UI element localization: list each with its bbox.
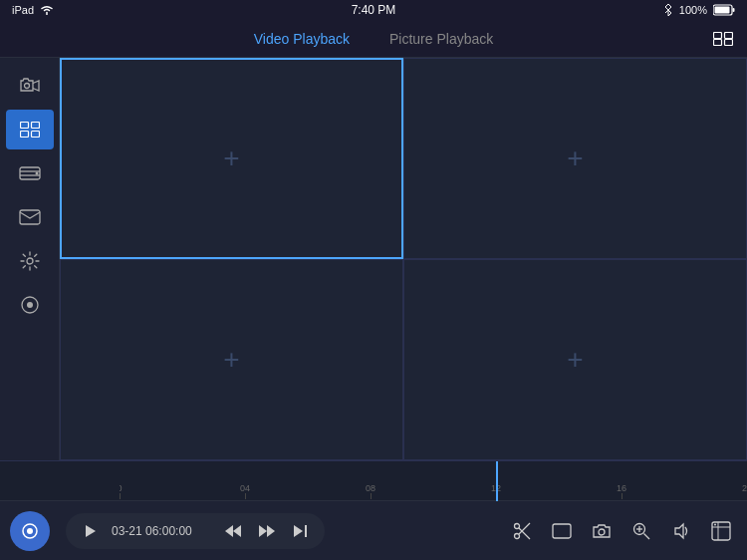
svg-rect-11 xyxy=(31,132,39,138)
video-cell-3[interactable]: + xyxy=(60,259,403,460)
sidebar-item-settings[interactable] xyxy=(6,241,54,281)
status-time: 7:40 PM xyxy=(352,3,396,17)
timeline-mark-16: 16 xyxy=(617,483,626,493)
audio-button[interactable] xyxy=(665,515,697,547)
timeline-mark-04: 04 xyxy=(240,483,250,493)
svg-rect-1 xyxy=(733,8,735,12)
add-channel-icon-3: + xyxy=(223,346,239,374)
svg-rect-2 xyxy=(715,7,730,14)
device-label: iPad xyxy=(12,4,34,16)
sidebar-item-video[interactable] xyxy=(6,110,54,149)
add-channel-icon-2: + xyxy=(567,144,583,172)
skip-end-button[interactable] xyxy=(289,519,313,543)
sidebar-item-record[interactable] xyxy=(6,285,54,325)
svg-rect-33 xyxy=(553,524,571,538)
scissors-button[interactable] xyxy=(506,515,538,547)
wifi-icon xyxy=(40,5,54,15)
timeline-area[interactable]: 0 04 08 12 16 20 06:00:00 2019-03-21 xyxy=(0,460,747,500)
timeline-mark-20: 20 xyxy=(742,483,747,493)
svg-line-31 xyxy=(519,528,530,539)
status-left: iPad xyxy=(12,4,54,16)
more-settings-button[interactable] xyxy=(705,515,737,547)
sidebar-item-mail[interactable] xyxy=(6,197,54,237)
status-right: 100% xyxy=(663,3,735,17)
svg-rect-5 xyxy=(714,39,722,45)
battery-pct: 100% xyxy=(679,4,707,16)
svg-point-43 xyxy=(714,523,716,525)
svg-point-7 xyxy=(24,84,29,89)
svg-point-13 xyxy=(35,172,38,175)
tab-video-playback[interactable]: Video Playback xyxy=(254,23,350,55)
svg-marker-25 xyxy=(259,525,267,537)
timeline-track[interactable]: 0 04 08 12 16 20 06:00:00 2019-03-21 xyxy=(120,461,747,501)
home-circle-button[interactable] xyxy=(10,511,50,551)
svg-marker-27 xyxy=(294,525,303,537)
playback-controls: 03-21 06:00:00 xyxy=(66,513,325,549)
svg-rect-4 xyxy=(725,32,733,38)
svg-rect-10 xyxy=(20,132,28,138)
sidebar xyxy=(0,58,60,460)
time-display: 03-21 06:00:00 xyxy=(112,524,211,538)
add-channel-icon-1: + xyxy=(223,144,239,172)
svg-marker-26 xyxy=(267,525,275,537)
timeline-mark-08: 08 xyxy=(366,483,375,493)
svg-marker-24 xyxy=(233,525,241,537)
svg-rect-28 xyxy=(305,525,307,537)
video-grid: + + + + xyxy=(60,58,747,460)
svg-marker-23 xyxy=(225,525,233,537)
timeline-cursor[interactable]: 06:00:00 2019-03-21 xyxy=(496,461,498,501)
svg-point-19 xyxy=(27,302,33,308)
tab-picture-playback[interactable]: Picture Playback xyxy=(389,23,493,55)
svg-marker-22 xyxy=(86,525,96,537)
svg-line-36 xyxy=(644,533,650,539)
battery-icon xyxy=(713,4,735,16)
snapshot-button[interactable] xyxy=(586,515,618,547)
screen-layout-icon[interactable] xyxy=(713,32,733,46)
video-cell-4[interactable]: + xyxy=(403,259,747,460)
controls-bar: 03-21 06:00:00 xyxy=(0,500,747,560)
tab-bar: Video Playback Picture Playback xyxy=(0,20,747,58)
status-bar: iPad 7:40 PM 100% xyxy=(0,0,747,20)
zoom-button[interactable] xyxy=(625,515,657,547)
svg-point-21 xyxy=(27,528,33,534)
svg-rect-6 xyxy=(725,39,733,45)
timeline-mark-0: 0 xyxy=(120,483,123,493)
rewind-button[interactable] xyxy=(221,519,245,543)
svg-marker-39 xyxy=(675,524,683,538)
bluetooth-icon xyxy=(663,3,673,17)
svg-point-34 xyxy=(599,529,605,535)
svg-rect-3 xyxy=(714,32,722,38)
svg-rect-8 xyxy=(20,123,28,129)
main-layout: + + + + xyxy=(0,58,747,460)
svg-rect-9 xyxy=(31,123,39,129)
video-cell-2[interactable]: + xyxy=(403,58,747,259)
video-cell-1[interactable]: + xyxy=(60,58,403,259)
svg-point-17 xyxy=(27,258,33,264)
add-channel-icon-4: + xyxy=(567,346,583,374)
svg-rect-16 xyxy=(20,210,40,224)
svg-line-32 xyxy=(519,523,530,534)
sidebar-item-camera[interactable] xyxy=(6,66,54,106)
svg-point-30 xyxy=(515,533,520,538)
fast-forward-button[interactable] xyxy=(255,519,279,543)
sidebar-item-nvr[interactable] xyxy=(6,153,54,193)
rectangle-button[interactable] xyxy=(546,515,578,547)
svg-point-29 xyxy=(515,523,520,528)
play-button[interactable] xyxy=(78,519,102,543)
